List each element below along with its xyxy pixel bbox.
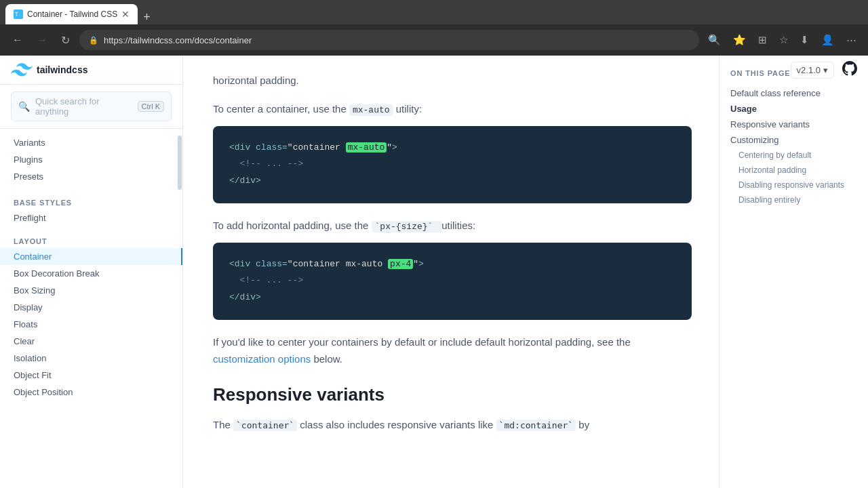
refresh-button[interactable]: ↻ bbox=[57, 31, 74, 49]
address-bar[interactable]: 🔒 https://tailwindcss.com/docs/container bbox=[79, 30, 699, 50]
sidebar-item-box-sizing[interactable]: Box Sizing bbox=[0, 282, 182, 299]
more-icon[interactable]: ⋯ bbox=[843, 31, 860, 49]
nav-section-label-base: Base Styles bbox=[0, 193, 182, 209]
search-keyboard-shortcut: Ctrl K bbox=[138, 101, 165, 112]
right-sidebar: ON THIS PAGE Default class reference Usa… bbox=[719, 56, 868, 488]
logo-icon bbox=[11, 62, 33, 77]
version-chevron: ▾ bbox=[823, 65, 828, 75]
url-text: https://tailwindcss.com/docs/container bbox=[104, 35, 252, 45]
github-link[interactable] bbox=[842, 61, 857, 79]
back-button[interactable]: ← bbox=[8, 31, 27, 49]
responsive-variants-heading: Responsive variants bbox=[213, 384, 692, 405]
sidebar-item-container[interactable]: Container bbox=[0, 248, 182, 265]
main-content: horizontal padding. To center a containe… bbox=[183, 56, 719, 488]
sidebar-item-variants[interactable]: Variants bbox=[0, 134, 182, 151]
sidebar-item-box-decoration-break[interactable]: Box Decoration Break bbox=[0, 265, 182, 282]
customization-options-link[interactable]: customization options bbox=[213, 353, 311, 365]
tab-title: Container - Tailwind CSS bbox=[27, 9, 117, 19]
sidebar-item-isolation[interactable]: Isolation bbox=[0, 350, 182, 367]
sidebar-item-preflight[interactable]: Preflight bbox=[0, 209, 182, 226]
intro-paragraph: horizontal padding. bbox=[213, 72, 692, 89]
sidebar-item-clear[interactable]: Clear bbox=[0, 333, 182, 350]
logo[interactable]: tailwindcss bbox=[11, 62, 87, 77]
nav-section-top: Variants Plugins Presets bbox=[0, 129, 182, 190]
browser-tab[interactable]: T Container - Tailwind CSS ✕ bbox=[5, 4, 138, 24]
new-tab-button[interactable]: + bbox=[138, 10, 156, 24]
code-block-2: <div class="container mx-auto px-4"> <!-… bbox=[213, 243, 692, 320]
search-bar[interactable]: 🔍 Quick search for anything Ctrl K bbox=[11, 92, 172, 121]
mx-auto-code: mx-auto bbox=[349, 104, 393, 116]
extensions-icon[interactable]: ⭐ bbox=[730, 31, 749, 49]
tab-favicon: T bbox=[14, 9, 23, 19]
lock-icon: 🔒 bbox=[89, 36, 98, 45]
section-sub-text: The `container` class also includes resp… bbox=[213, 416, 692, 434]
sidebar-item-presets[interactable]: Presets bbox=[0, 168, 182, 185]
para-center: To center a container, use the mx-auto u… bbox=[213, 100, 692, 118]
search-extension-icon[interactable]: 🔍 bbox=[705, 31, 724, 49]
nav-section-layout: Layout Container Box Decoration Break Bo… bbox=[0, 229, 182, 403]
site-header: tailwindcss bbox=[0, 56, 182, 85]
forward-button[interactable]: → bbox=[33, 31, 52, 49]
toc-responsive-variants[interactable]: Responsive variants bbox=[730, 117, 857, 132]
collections-icon[interactable]: ⬇ bbox=[797, 31, 812, 49]
left-sidebar: tailwindcss 🔍 Quick search for anything … bbox=[0, 56, 183, 488]
filter-icon[interactable]: ⊞ bbox=[755, 31, 770, 49]
toc-default-class-reference[interactable]: Default class reference bbox=[730, 85, 857, 101]
svg-text:T: T bbox=[15, 12, 18, 18]
sidebar-nav: Variants Plugins Presets Base Styles Pre… bbox=[0, 129, 182, 488]
sidebar-scrollbar bbox=[178, 136, 182, 190]
sidebar-item-plugins[interactable]: Plugins bbox=[0, 151, 182, 168]
profile-icon[interactable]: 👤 bbox=[818, 31, 837, 49]
toc-disabling-responsive-variants[interactable]: Disabling responsive variants bbox=[730, 178, 857, 192]
para-customize: If you'd like to center your containers … bbox=[213, 333, 692, 368]
px-size-code: `px-{size}` bbox=[372, 221, 442, 232]
nav-section-base-styles: Base Styles Preflight bbox=[0, 190, 182, 229]
toc-usage[interactable]: Usage bbox=[730, 101, 857, 117]
github-icon bbox=[842, 61, 857, 76]
code-block-1: <div class="container mx-auto"> <!-- ...… bbox=[213, 126, 692, 203]
logo-text: tailwindcss bbox=[37, 64, 87, 75]
browser-chrome: T Container - Tailwind CSS ✕ + ← → ↻ 🔒 h… bbox=[0, 0, 868, 56]
page-layout: tailwindcss 🔍 Quick search for anything … bbox=[0, 56, 868, 488]
sidebar-item-object-position[interactable]: Object Position bbox=[0, 384, 182, 401]
favorites-icon[interactable]: ☆ bbox=[776, 31, 791, 49]
search-placeholder: Quick search for anything bbox=[35, 96, 132, 117]
toc-centering-by-default[interactable]: Centering by default bbox=[730, 148, 857, 163]
toc-horizontal-padding[interactable]: Horizontal padding bbox=[730, 163, 857, 178]
version-text: v2.1.0 bbox=[797, 65, 821, 75]
toc-disabling-entirely[interactable]: Disabling entirely bbox=[730, 192, 857, 207]
sidebar-item-floats[interactable]: Floats bbox=[0, 316, 182, 333]
browser-tab-bar: T Container - Tailwind CSS ✕ + bbox=[0, 0, 868, 24]
sidebar-item-object-fit[interactable]: Object Fit bbox=[0, 367, 182, 384]
version-button[interactable]: v2.1.0 ▾ bbox=[791, 62, 834, 79]
para-padding: To add horizontal padding, use the `px-{… bbox=[213, 217, 692, 235]
sidebar-item-display[interactable]: Display bbox=[0, 299, 182, 316]
search-icon: 🔍 bbox=[18, 101, 30, 112]
header-right-controls: v2.1.0 ▾ bbox=[791, 61, 857, 79]
search-container[interactable]: 🔍 Quick search for anything Ctrl K bbox=[0, 85, 182, 129]
nav-section-label-layout: Layout bbox=[0, 232, 182, 248]
tab-close[interactable]: ✕ bbox=[121, 9, 130, 20]
browser-toolbar: ← → ↻ 🔒 https://tailwindcss.com/docs/con… bbox=[0, 24, 868, 56]
toc-customizing[interactable]: Customizing bbox=[730, 132, 857, 148]
